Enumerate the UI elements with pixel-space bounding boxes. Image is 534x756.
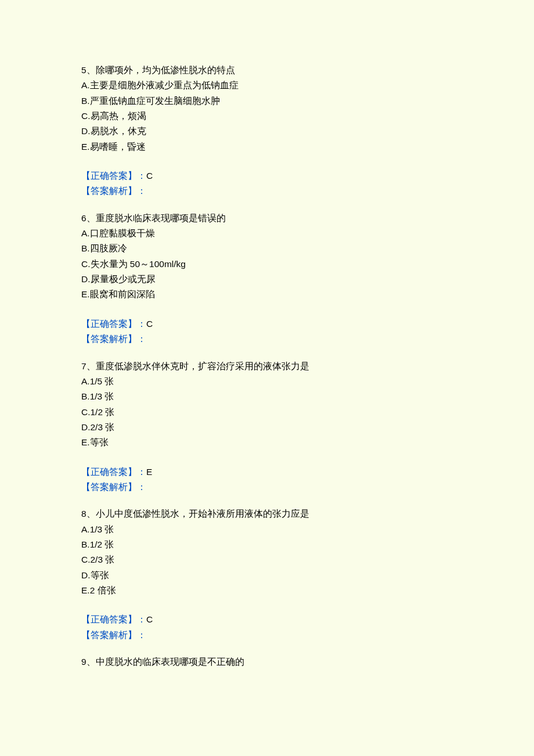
- question-block: 7、重度低渗脱水伴休克时，扩容治疗采用的液体张力是 A.1/5 张 B.1/3 …: [81, 359, 453, 451]
- option: C.1/2 张: [81, 405, 453, 420]
- correct-answer-label: 【正确答案】：: [81, 467, 146, 477]
- correct-answer-line: 【正确答案】：C: [81, 316, 453, 332]
- option: B.1/2 张: [81, 537, 453, 552]
- question-stem: 7、重度低渗脱水伴休克时，扩容治疗采用的液体张力是: [81, 359, 453, 374]
- question-stem: 6、重度脱水临床表现哪项是错误的: [81, 211, 453, 226]
- option: B.1/3 张: [81, 389, 453, 404]
- analysis-label: 【答案解析】：: [81, 628, 453, 643]
- question-stem: 5、除哪项外，均为低渗性脱水的特点: [81, 63, 453, 78]
- option: E.易嗜睡，昏迷: [81, 139, 453, 154]
- analysis-label: 【答案解析】：: [81, 183, 453, 199]
- option: E.等张: [81, 435, 453, 450]
- answer-block: 【正确答案】：C 【答案解析】：: [81, 316, 453, 347]
- question-number: 8、: [81, 509, 96, 519]
- question-block: 5、除哪项外，均为低渗性脱水的特点 A.主要是细胞外液减少重点为低钠血症 B.严…: [81, 63, 453, 154]
- answer-block: 【正确答案】：E 【答案解析】：: [81, 465, 453, 495]
- question-text: 除哪项外，均为低渗性脱水的特点: [96, 65, 235, 75]
- question-number: 9、: [81, 657, 96, 667]
- option: C.失水量为 50～100ml/kg: [81, 257, 453, 272]
- correct-answer-value: C: [146, 319, 153, 329]
- correct-answer-value: C: [146, 171, 153, 181]
- option: E.2 倍张: [81, 583, 453, 598]
- answer-block: 【正确答案】：C 【答案解析】：: [81, 168, 453, 199]
- option: D.易脱水，休克: [81, 124, 453, 139]
- question-number: 6、: [81, 213, 96, 223]
- analysis-label: 【答案解析】：: [81, 480, 453, 495]
- option: E.眼窝和前囟深陷: [81, 287, 453, 302]
- question-text: 重度低渗脱水伴休克时，扩容治疗采用的液体张力是: [96, 361, 309, 371]
- option: B.严重低钠血症可发生脑细胞水肿: [81, 93, 453, 109]
- correct-answer-label: 【正确答案】：: [81, 171, 146, 181]
- correct-answer-line: 【正确答案】：E: [81, 465, 453, 480]
- question-stem: 8、小儿中度低渗性脱水，开始补液所用液体的张力应是: [81, 506, 453, 521]
- option: D.等张: [81, 568, 453, 583]
- question-text: 中度脱水的临床表现哪项是不正确的: [96, 657, 244, 667]
- option: C.易高热，烦渴: [81, 109, 453, 124]
- correct-answer-value: C: [146, 614, 153, 624]
- correct-answer-label: 【正确答案】：: [81, 319, 146, 329]
- question-block: 9、中度脱水的临床表现哪项是不正确的: [81, 654, 453, 669]
- analysis-label: 【答案解析】：: [81, 332, 453, 347]
- option: A.1/3 张: [81, 522, 453, 537]
- correct-answer-line: 【正确答案】：C: [81, 612, 453, 627]
- option: A.主要是细胞外液减少重点为低钠血症: [81, 78, 453, 93]
- option: D.2/3 张: [81, 420, 453, 435]
- question-stem: 9、中度脱水的临床表现哪项是不正确的: [81, 654, 453, 669]
- document-page: 5、除哪项外，均为低渗性脱水的特点 A.主要是细胞外液减少重点为低钠血症 B.严…: [0, 0, 534, 756]
- option: C.2/3 张: [81, 552, 453, 567]
- option: A.1/5 张: [81, 374, 453, 389]
- question-text: 重度脱水临床表现哪项是错误的: [96, 213, 226, 223]
- correct-answer-label: 【正确答案】：: [81, 614, 146, 624]
- correct-answer-value: E: [146, 467, 152, 477]
- question-block: 8、小儿中度低渗性脱水，开始补液所用液体的张力应是 A.1/3 张 B.1/2 …: [81, 506, 453, 598]
- option: B.四肢厥冷: [81, 241, 453, 256]
- option: D.尿量极少或无尿: [81, 272, 453, 287]
- question-number: 5、: [81, 65, 96, 75]
- correct-answer-line: 【正确答案】：C: [81, 168, 453, 183]
- answer-block: 【正确答案】：C 【答案解析】：: [81, 612, 453, 643]
- question-number: 7、: [81, 361, 96, 371]
- question-text: 小儿中度低渗性脱水，开始补液所用液体的张力应是: [96, 509, 309, 519]
- question-block: 6、重度脱水临床表现哪项是错误的 A.口腔黏膜极干燥 B.四肢厥冷 C.失水量为…: [81, 211, 453, 303]
- option: A.口腔黏膜极干燥: [81, 226, 453, 241]
